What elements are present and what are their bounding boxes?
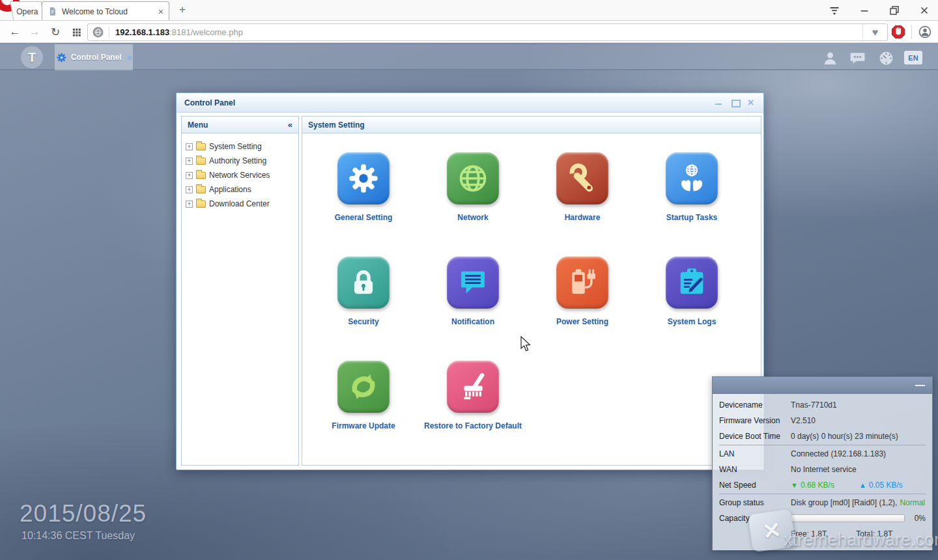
site-badge-icon[interactable] (92, 26, 104, 38)
expand-icon[interactable]: + (186, 201, 193, 208)
browser-titlebar: Opera Welcome to Tcloud × + (0, 0, 938, 21)
app-label: Power Setting (556, 317, 608, 326)
capacity-progress-bar (791, 514, 905, 522)
collapse-panel-icon[interactable]: « (288, 120, 292, 130)
minimize-window-button[interactable] (855, 2, 874, 19)
menu-title: Menu (188, 120, 208, 130)
app-label: Network (457, 213, 488, 222)
widget-row-firmware: Firmware Version V2.510 (719, 413, 926, 428)
expand-icon[interactable]: + (186, 143, 193, 150)
menu-tree: + System Setting + Authority Setting + N… (182, 133, 298, 211)
chat-icon (447, 257, 499, 309)
upload-arrow-icon: ▲ (859, 481, 866, 489)
widget-divider (719, 445, 926, 445)
wrench-icon (556, 152, 608, 204)
content-header: System Setting (302, 117, 761, 133)
row-label: Firmware Version (719, 416, 791, 425)
language-button[interactable]: EN (904, 51, 922, 64)
app-label: Notification (451, 317, 494, 326)
control-panel-window: Control Panel ✕ Menu « + System Setting … (176, 92, 764, 470)
address-bar[interactable]: 192.168.1.183 :8181/welcome.php ♥ (87, 23, 888, 41)
row-value: V2.510 (791, 416, 816, 425)
app-label: System Logs (668, 317, 717, 326)
tree-item-network-services[interactable]: + Network Services (186, 168, 296, 182)
forward-button[interactable]: → (26, 21, 43, 43)
gear-icon (56, 52, 67, 63)
watermark-text: xtremehardware.com (784, 530, 938, 550)
app-security[interactable]: Security (309, 257, 418, 361)
tree-label: System Setting (209, 142, 262, 151)
restore-window-button[interactable] (885, 2, 904, 19)
folder-icon (196, 186, 206, 193)
app-hardware[interactable]: Hardware (528, 152, 637, 257)
row-value: 0 day(s) 0 hour(s) 23 minute(s) (791, 432, 898, 441)
close-window-button[interactable] (915, 2, 934, 19)
row-label: Net Speed (719, 481, 791, 490)
app-notification[interactable]: Notification (418, 257, 528, 361)
message-bubble-icon[interactable] (849, 50, 866, 65)
tab-close-icon[interactable]: × (158, 7, 163, 16)
tree-item-authority-setting[interactable]: + Authority Setting (186, 154, 296, 168)
adblock-hand-icon[interactable] (891, 25, 905, 39)
page-tab-control-panel[interactable]: Control Panel × (55, 44, 133, 70)
new-tab-button[interactable]: + (176, 3, 189, 16)
row-label: WAN (719, 465, 791, 474)
window-titlebar[interactable]: Control Panel ✕ (177, 93, 763, 113)
app-restore-factory-default[interactable]: Restore to Factory Default (418, 361, 528, 465)
browser-tab[interactable]: Welcome to Tcloud × (42, 1, 169, 21)
widget-header[interactable] (713, 377, 932, 394)
desktop-date: 2015/08/25 (20, 500, 147, 527)
expand-icon[interactable]: + (186, 158, 193, 165)
tab-title: Welcome to Tcloud (62, 7, 154, 16)
app-firmware-update[interactable]: Firmware Update (309, 361, 418, 465)
expand-icon[interactable]: + (186, 186, 193, 193)
app-general-setting[interactable]: General Setting (309, 152, 418, 257)
row-label: Device Boot Time (719, 432, 791, 441)
resource-monitor-icon[interactable] (878, 50, 894, 65)
tree-label: Network Services (209, 171, 270, 180)
app-label: Restore to Factory Default (424, 421, 522, 430)
app-network[interactable]: Network (418, 152, 528, 257)
page-tab-close-icon[interactable]: × (127, 53, 132, 63)
profile-icon[interactable] (918, 25, 932, 39)
row-label: Devicename (719, 400, 791, 410)
widget-divider (719, 494, 926, 494)
panel-close-icon[interactable]: ✕ (747, 99, 756, 106)
opera-brand-label: Opera (16, 7, 38, 16)
tcloud-logo[interactable]: T (21, 46, 43, 68)
app-power-setting[interactable]: Power Setting (528, 257, 637, 361)
tree-item-download-center[interactable]: + Download Center (186, 197, 296, 211)
content-panel: System Setting General Setting Network H… (302, 116, 761, 466)
speed-dial-icon[interactable] (68, 21, 85, 43)
opera-menu-button[interactable]: Opera (10, 1, 44, 21)
back-button[interactable]: ← (7, 21, 23, 43)
panel-maximize-icon[interactable] (731, 99, 739, 106)
tree-label: Authority Setting (209, 156, 266, 165)
panel-minimize-icon[interactable] (715, 99, 723, 106)
folder-icon (196, 143, 206, 150)
app-startup-tasks[interactable]: Startup Tasks (637, 152, 746, 257)
reload-button[interactable]: ↻ (47, 21, 64, 43)
brush-icon (447, 361, 499, 413)
tree-item-system-setting[interactable]: + System Setting (186, 139, 296, 154)
app-label: Firmware Update (332, 421, 395, 430)
bookmark-heart-icon[interactable]: ♥ (862, 24, 887, 40)
widget-row-group-status: Group status Disk group [md0] [Raid0] (1… (719, 495, 926, 511)
widget-row-boot-time: Device Boot Time 0 day(s) 0 hour(s) 23 m… (719, 428, 926, 444)
battery-plug-icon (556, 257, 608, 309)
tree-label: Download Center (209, 199, 270, 208)
hands-globe-icon (666, 152, 718, 204)
opera-easy-setup-icon[interactable] (825, 2, 844, 19)
apps-grid: General Setting Network Hardware Startup… (309, 152, 746, 465)
app-system-logs[interactable]: System Logs (637, 257, 746, 361)
widget-body: Devicename Tnas-7710d1 Firmware Version … (713, 394, 932, 550)
url-host: 192.168.1.183 (115, 27, 169, 37)
widget-minimize-icon[interactable] (915, 385, 925, 386)
group-value: Disk group [md0] [Raid0] (1,2), (791, 498, 897, 507)
widget-row-net-speed: Net Speed ▼ 0.68 KB/s ▲ 0.05 KB/s (719, 477, 926, 493)
expand-icon[interactable]: + (186, 172, 193, 179)
user-icon[interactable] (822, 50, 838, 65)
window-title: Control Panel (184, 98, 235, 107)
gear-icon (337, 152, 390, 204)
tree-item-applications[interactable]: + Applications (186, 182, 296, 197)
